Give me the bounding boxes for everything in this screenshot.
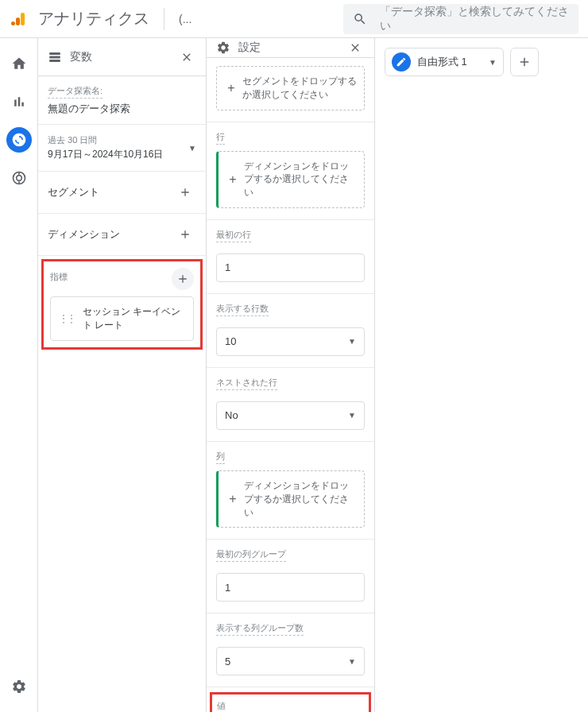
- divider: [164, 8, 164, 30]
- metrics-highlight: 指標 ⋮⋮ セッション キーイベント レート: [41, 259, 203, 350]
- variables-panel: 変数 データ探索名: 無題のデータ探索 過去 30 日間 9月17日～2024年…: [38, 38, 207, 712]
- pencil-icon: [392, 52, 411, 72]
- gear-icon: [216, 41, 230, 55]
- plus-icon: +: [225, 490, 241, 508]
- chevron-down-icon: ▼: [188, 144, 196, 153]
- tab-label: 自由形式 1: [417, 55, 482, 69]
- col-dimension-drop-zone[interactable]: + ディメンションをドロップするか選択してください: [216, 470, 365, 528]
- account-selector[interactable]: (...: [179, 13, 191, 25]
- show-rows-select[interactable]: 10 ▼: [216, 327, 365, 356]
- values-label: 値: [217, 700, 226, 712]
- search-bar[interactable]: 「データ探索」と検索してみてください: [343, 4, 578, 34]
- explore-name-value: 無題のデータ探索: [48, 102, 196, 116]
- dimension-label: ディメンション: [48, 227, 120, 242]
- plus-icon: +: [225, 171, 241, 188]
- search-icon: [353, 12, 367, 26]
- drag-handle-icon: ⋮⋮: [59, 313, 75, 324]
- ga-logo: [10, 10, 29, 29]
- variables-icon: [48, 50, 62, 64]
- tabbar: 自由形式 1 ▼: [385, 48, 578, 76]
- rows-label: 行: [216, 131, 225, 145]
- nested-rows-select[interactable]: No ▼: [216, 401, 365, 430]
- show-rows-label: 表示する行数: [216, 303, 269, 316]
- nav-explore[interactable]: [6, 127, 32, 153]
- start-col-input[interactable]: 1: [216, 573, 365, 602]
- svg-rect-5: [49, 52, 60, 55]
- app-title: アナリティクス: [38, 8, 149, 29]
- svg-rect-6: [49, 56, 60, 58]
- chevron-down-icon: ▼: [348, 657, 356, 666]
- cols-label: 列: [216, 451, 225, 464]
- dimension-section: ディメンション: [38, 214, 206, 256]
- segment-drop-text: セグメントをドロップするか選択してください: [242, 75, 358, 102]
- chevron-down-icon: ▼: [348, 337, 356, 346]
- start-col-label: 最初の列グループ: [216, 548, 286, 562]
- segment-section: セグメント: [38, 172, 206, 214]
- metric-chip-label: セッション キーイベント レート: [83, 305, 185, 332]
- svg-rect-0: [21, 13, 25, 25]
- tab-freeform-1[interactable]: 自由形式 1 ▼: [385, 48, 504, 76]
- date-range-value: 9月17日～2024年10月16日: [48, 148, 196, 161]
- date-range-selector[interactable]: 過去 30 日間 9月17日～2024年10月16日 ▼: [38, 125, 206, 172]
- metric-label: 指標: [50, 271, 68, 284]
- nested-rows-label: ネストされた行: [216, 377, 277, 390]
- nav-advertising[interactable]: [6, 165, 32, 191]
- chevron-down-icon: ▼: [348, 411, 356, 420]
- plus-icon: +: [223, 79, 239, 97]
- show-cols-select[interactable]: 5 ▼: [216, 647, 365, 675]
- row-dimension-drop-zone[interactable]: + ディメンションをドロップするか選択してください: [216, 151, 365, 208]
- show-cols-label: 表示する列グループ数: [216, 622, 304, 636]
- settings-panel: 設定 + セグメントをドロップするか選択してください 行 + ディメンションをド…: [207, 38, 375, 712]
- variables-title: 変数: [70, 50, 177, 64]
- chevron-down-icon: ▼: [489, 58, 497, 67]
- svg-point-4: [16, 176, 21, 181]
- values-highlight: 値 + 指標をドロップするか選択してください: [210, 692, 371, 712]
- nav-home[interactable]: [6, 51, 32, 76]
- add-segment-button[interactable]: [174, 181, 196, 203]
- date-preset: 過去 30 日間: [48, 134, 196, 146]
- start-row-label: 最初の行: [216, 229, 251, 242]
- add-metric-button[interactable]: [172, 268, 194, 290]
- explore-name-section[interactable]: データ探索名: 無題のデータ探索: [38, 76, 206, 125]
- add-dimension-button[interactable]: [174, 223, 196, 246]
- nav-reports[interactable]: [6, 89, 32, 114]
- settings-title: 設定: [238, 41, 346, 55]
- svg-rect-7: [49, 60, 60, 62]
- svg-point-2: [11, 21, 15, 25]
- close-settings[interactable]: [346, 38, 365, 57]
- segment-drop-zone[interactable]: + セグメントをドロップするか選択してください: [216, 66, 365, 110]
- row-dimension-drop-text: ディメンションをドロップするか選択してください: [244, 160, 358, 199]
- search-placeholder: 「データ探索」と検索してみてください: [380, 5, 569, 33]
- left-nav: [0, 38, 38, 712]
- col-dimension-drop-text: ディメンションをドロップするか選択してください: [244, 479, 358, 519]
- add-tab-button[interactable]: [510, 48, 539, 76]
- metric-chip[interactable]: ⋮⋮ セッション キーイベント レート: [50, 296, 194, 341]
- nav-admin[interactable]: [6, 674, 32, 699]
- start-row-input[interactable]: 1: [216, 253, 365, 282]
- segment-label: セグメント: [48, 185, 99, 199]
- canvas-area: 自由形式 1 ▼: [375, 38, 588, 712]
- svg-rect-1: [16, 17, 20, 25]
- close-variables[interactable]: [177, 48, 196, 67]
- explore-name-label: データ探索名:: [48, 85, 103, 99]
